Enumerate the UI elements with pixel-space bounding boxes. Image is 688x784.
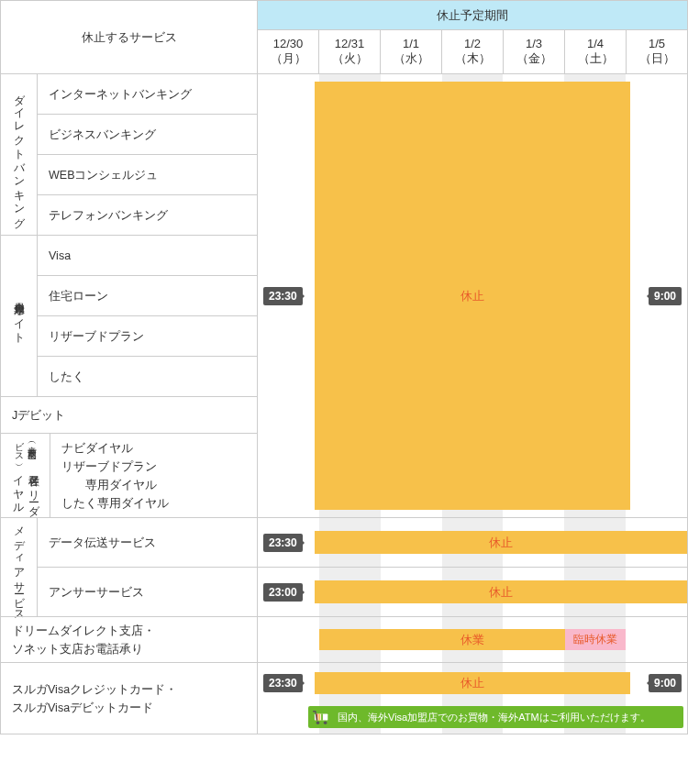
temp-closed-block: 臨時休業 bbox=[565, 629, 626, 650]
svc-visa: Visa bbox=[37, 235, 257, 275]
svc-telephone-banking: テレフォンバンキング bbox=[37, 194, 257, 235]
svc-freedial-lines: ナビダイヤル リザーブドプラン 専用ダイヤル したく専用ダイヤル bbox=[50, 433, 257, 517]
svc-jdebit: Jデビット bbox=[0, 396, 257, 433]
cart-icon bbox=[312, 709, 332, 725]
suspend-block-main: 休止 bbox=[315, 82, 630, 510]
time-end-0900: 9:00 bbox=[649, 287, 682, 305]
date-col-6: 1/5（日） bbox=[626, 29, 687, 73]
date-col-4: 1/3（金） bbox=[503, 29, 564, 73]
svc-home-loan: 住宅ローン bbox=[37, 275, 257, 315]
svc-dream-direct: ドリームダイレクト支店・ソネット支店お電話承り bbox=[0, 616, 257, 662]
suspend-block-visa: 休止 bbox=[315, 672, 630, 694]
suspend-block-answer: 休止 bbox=[315, 580, 687, 603]
group-freedial: （音声案内サービス） 各種フリーダイヤル bbox=[0, 433, 50, 517]
time-visa-2330: 23:30 bbox=[263, 674, 303, 692]
date-col-5: 1/4（土） bbox=[564, 29, 626, 73]
svc-answer: アンサーサービス bbox=[37, 567, 257, 616]
visa-note: 国内、海外Visa加盟店でのお買物・海外ATMはご利用いただけます。 bbox=[308, 706, 683, 728]
suspend-block-data: 休止 bbox=[315, 531, 687, 554]
date-col-3: 1/2（木） bbox=[441, 29, 503, 73]
svg-point-5 bbox=[324, 722, 327, 725]
time-start-2330: 23:30 bbox=[263, 287, 303, 305]
svg-point-4 bbox=[316, 722, 320, 725]
date-col-2: 1/1（水） bbox=[380, 29, 441, 73]
services-header: 休止するサービス bbox=[0, 0, 257, 73]
svg-rect-2 bbox=[318, 713, 320, 720]
group-media: メディアサービス bbox=[0, 517, 37, 616]
time-answer-2300: 23:00 bbox=[263, 583, 303, 602]
svc-internet-banking: インターネットバンキング bbox=[37, 73, 257, 114]
svc-business-banking: ビジネスバンキング bbox=[37, 114, 257, 154]
time-data-2330: 23:30 bbox=[263, 534, 303, 552]
svc-data-transfer: データ伝送サービス bbox=[37, 517, 257, 567]
group-member: 会員専用サイト bbox=[0, 235, 37, 396]
date-col-0: 12/30（月） bbox=[257, 29, 318, 73]
period-header: 休止予定期間 bbox=[257, 0, 687, 29]
svc-shitaku: したく bbox=[37, 356, 257, 396]
svg-rect-3 bbox=[321, 713, 323, 720]
svc-visa-cards: スルガVisaクレジットカード・スルガVisaデビットカード bbox=[0, 662, 257, 734]
svc-web-concierge: WEBコンシェルジュ bbox=[37, 154, 257, 194]
time-visa-0900: 9:00 bbox=[649, 674, 682, 692]
svc-reserved-plan: リザーブドプラン bbox=[37, 315, 257, 356]
group-direct: ダイレクトバンキング bbox=[0, 73, 37, 235]
date-col-1: 12/31（火） bbox=[318, 29, 380, 73]
